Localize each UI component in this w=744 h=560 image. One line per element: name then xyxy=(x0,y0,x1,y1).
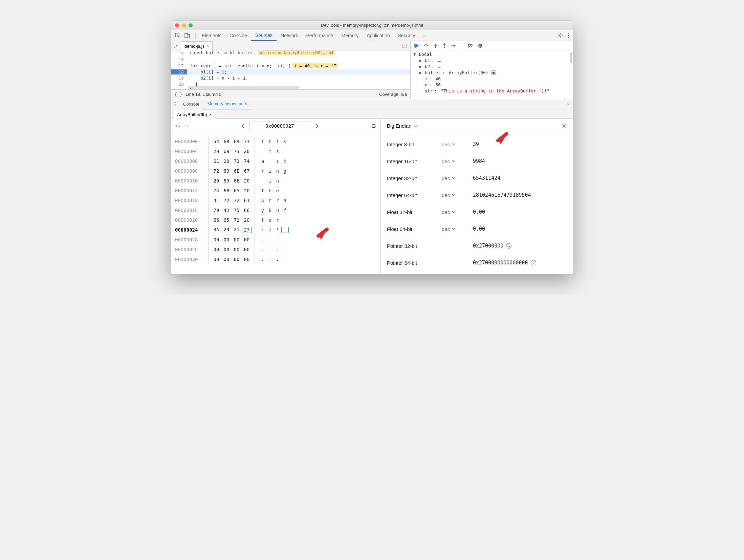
ascii-char[interactable]: a xyxy=(259,158,266,164)
close-tab-icon[interactable]: × xyxy=(206,44,209,48)
jump-to-address-icon[interactable]: → xyxy=(506,243,511,249)
ascii-char[interactable]: . xyxy=(274,237,281,242)
hex-byte[interactable]: 00 xyxy=(211,237,221,242)
ascii-char[interactable]: h xyxy=(266,188,274,193)
tab-overflow[interactable]: » xyxy=(419,30,430,41)
hex-byte[interactable]: 00 xyxy=(242,237,252,242)
ascii-char[interactable]: u xyxy=(274,208,281,213)
hex-byte[interactable]: 74 xyxy=(242,158,252,164)
step-over-icon[interactable] xyxy=(423,43,429,48)
ascii-char[interactable]: . xyxy=(259,237,266,242)
hex-byte[interactable]: 61 xyxy=(211,158,221,164)
hex-byte[interactable]: 72 xyxy=(221,198,232,203)
hex-byte[interactable]: 27 xyxy=(242,227,252,233)
redo-icon[interactable] xyxy=(183,124,189,128)
hex-byte[interactable]: 6E xyxy=(232,178,242,184)
deactivate-breakpoints-icon[interactable] xyxy=(468,43,473,48)
value-mode-selector[interactable]: dec xyxy=(442,209,469,215)
ascii-char[interactable] xyxy=(281,149,289,154)
tab-security[interactable]: Security xyxy=(394,30,419,41)
ascii-char[interactable]: . xyxy=(266,247,274,252)
ascii-char[interactable] xyxy=(281,188,289,193)
hex-byte[interactable]: 67 xyxy=(242,168,252,174)
scope-variable[interactable]: ▶b1: … xyxy=(413,57,570,63)
hex-byte[interactable]: 6E xyxy=(232,168,242,174)
hex-byte[interactable]: 20 xyxy=(242,188,252,193)
hex-byte[interactable]: 20 xyxy=(242,217,252,223)
hex-byte[interactable]: 66 xyxy=(211,217,221,223)
memory-tab-arraybuffer[interactable]: ArrayBuffer(60) × xyxy=(174,110,215,119)
hex-row[interactable]: 0000001C79427566yBuf xyxy=(175,205,376,215)
ascii-char[interactable]: s xyxy=(281,139,289,144)
tab-elements[interactable]: Elements xyxy=(198,30,225,41)
hex-byte[interactable]: 00 xyxy=(232,237,242,242)
ascii-char[interactable] xyxy=(281,217,289,223)
hex-byte[interactable]: 3A xyxy=(211,227,221,233)
step-icon[interactable] xyxy=(451,43,457,48)
code-line[interactable]: 17for (var i = str.length; i < n; ++i) {… xyxy=(171,63,410,69)
hex-byte[interactable]: 00 xyxy=(221,247,232,252)
ascii-char[interactable]: . xyxy=(266,237,274,242)
hex-byte[interactable]: 00 xyxy=(232,257,242,262)
ascii-char[interactable]: s xyxy=(274,158,281,164)
hex-byte[interactable]: 54 xyxy=(211,139,221,144)
inspect-icon[interactable] xyxy=(175,33,180,38)
ascii-char[interactable]: n xyxy=(274,178,281,184)
scope-variable[interactable]: str: "This is a string in the ArrayBuffe… xyxy=(413,88,570,94)
ascii-char[interactable]: e xyxy=(274,188,281,193)
navigator-toggle-icon[interactable] xyxy=(171,43,181,48)
hex-byte[interactable]: 00 xyxy=(242,257,252,262)
code-line[interactable]: 18 b1[i] = i; xyxy=(171,69,410,75)
hex-byte[interactable]: 72 xyxy=(232,198,242,203)
ascii-char[interactable]: s xyxy=(274,149,281,154)
ascii-char[interactable]: n xyxy=(274,168,281,174)
ascii-char[interactable] xyxy=(259,178,266,184)
hex-byte[interactable]: 69 xyxy=(221,149,232,154)
close-tab-icon[interactable]: × xyxy=(245,102,247,106)
hex-byte[interactable]: 29 xyxy=(221,227,232,233)
ascii-char[interactable]: ! xyxy=(274,227,281,233)
hex-byte[interactable]: 69 xyxy=(221,168,232,174)
value-mode-selector[interactable]: dec xyxy=(442,158,469,164)
hex-byte[interactable]: 73 xyxy=(232,158,242,164)
ascii-char[interactable]: . xyxy=(281,257,289,262)
scope-local-header[interactable]: ▼Local xyxy=(413,51,570,57)
endianness-selector[interactable]: Big Endian xyxy=(387,123,418,129)
ascii-char[interactable]: . xyxy=(274,257,281,262)
hex-row[interactable]: 0000000C72696E67ring xyxy=(175,166,376,176)
hex-byte[interactable]: 69 xyxy=(221,178,232,184)
tab-console[interactable]: Console xyxy=(225,30,251,41)
hex-byte[interactable]: 20 xyxy=(211,178,221,184)
hex-byte[interactable]: 66 xyxy=(242,208,252,213)
ascii-char[interactable]: B xyxy=(266,208,274,213)
scope-variable[interactable]: ▶b2: … xyxy=(413,63,570,69)
ascii-char[interactable]: i xyxy=(266,178,274,184)
ascii-char[interactable]: ) xyxy=(266,227,274,233)
pretty-print-icon[interactable]: { } xyxy=(174,92,182,97)
ascii-char[interactable]: i xyxy=(266,149,274,154)
hex-row[interactable]: 0000000861207374a st xyxy=(175,156,376,166)
ascii-char[interactable]: r xyxy=(274,217,281,223)
hex-byte[interactable]: 00 xyxy=(232,247,242,252)
step-into-icon[interactable] xyxy=(434,43,438,48)
ascii-char[interactable]: f xyxy=(259,217,266,223)
ascii-char[interactable]: A xyxy=(259,198,266,203)
ascii-char[interactable]: g xyxy=(281,168,289,174)
ascii-char[interactable]: i xyxy=(274,139,281,144)
hex-byte[interactable]: 68 xyxy=(221,139,232,144)
hex-byte[interactable]: 74 xyxy=(211,188,221,193)
hex-byte[interactable]: 20 xyxy=(242,149,252,154)
hex-byte[interactable]: 72 xyxy=(232,217,242,223)
next-address-icon[interactable] xyxy=(315,124,319,128)
hex-row[interactable]: 0000002C00000000.... xyxy=(175,244,376,254)
code-line[interactable]: 16 xyxy=(171,57,410,63)
drawer-kebab-icon[interactable] xyxy=(171,102,179,107)
value-settings-gear-icon[interactable] xyxy=(562,123,567,129)
hex-byte[interactable]: 79 xyxy=(211,208,221,213)
hex-byte[interactable]: 00 xyxy=(211,247,221,252)
hex-byte[interactable]: 41 xyxy=(211,198,221,203)
hex-byte[interactable]: 00 xyxy=(211,257,221,262)
step-out-icon[interactable] xyxy=(442,43,446,48)
value-mode-selector[interactable]: dec xyxy=(442,175,469,181)
drawer-tab-memory-inspector[interactable]: Memory Inspector× xyxy=(203,99,251,109)
